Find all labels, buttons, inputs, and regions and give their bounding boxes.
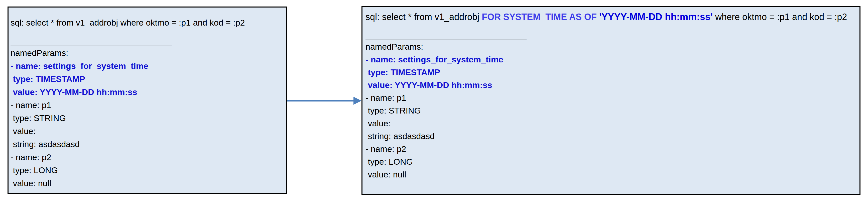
param-line: value: [366, 117, 858, 130]
param-line: - name: p2 [10, 151, 283, 164]
sql-timestamp-literal: 'YYYY-MM-DD hh:mm:ss' [599, 11, 713, 22]
sql-before-box: sql: select * from v1_addrobj where oktm… [7, 6, 287, 194]
sql-statement: sql: select * from v1_addrobj FOR SYSTEM… [366, 10, 858, 23]
sql-statement: sql: select * from v1_addrobj where oktm… [10, 16, 283, 29]
param-line: value: null [366, 168, 858, 181]
sql-segment: sql: select * from v1_addrobj [366, 12, 482, 22]
flow-arrow [287, 96, 362, 106]
divider-line: __________________________________ [366, 30, 858, 40]
param-line: string: asdasdasd [10, 138, 283, 151]
sql-segment: where oktmo = :p1 and kod = :p2 [713, 12, 847, 22]
param-line: value: YYYY-MM-DD hh:mm:ss [10, 85, 283, 98]
param-line: - name: p1 [366, 91, 858, 104]
param-line: string: asdasdasd [366, 130, 858, 143]
params-header: namedParams: [10, 47, 283, 59]
sql-after-box: sql: select * from v1_addrobj FOR SYSTEM… [362, 6, 861, 195]
spacer [10, 29, 283, 36]
arrow-right-icon [353, 97, 362, 105]
param-line: value: [10, 124, 283, 138]
diagram-canvas: sql: select * from v1_addrobj where oktm… [0, 0, 868, 207]
param-line: type: LONG [10, 164, 283, 177]
param-line: - name: p1 [10, 98, 283, 112]
param-line: type: LONG [366, 155, 858, 168]
param-line: type: TIMESTAMP [366, 66, 858, 79]
divider-line: __________________________________ [10, 36, 283, 47]
arrow-line [287, 100, 354, 101]
spacer [366, 23, 858, 30]
param-line: - name: settings_for_system_time [366, 53, 858, 66]
param-line: value: null [10, 177, 283, 190]
params-header: namedParams: [366, 40, 858, 53]
sql-system-time-keyword: FOR SYSTEM_TIME AS OF [482, 12, 599, 22]
param-line: type: STRING [366, 104, 858, 117]
param-line: - name: p2 [366, 143, 858, 155]
param-line: - name: settings_for_system_time [10, 59, 283, 72]
param-line: type: STRING [10, 112, 283, 124]
param-line: value: YYYY-MM-DD hh:mm:ss [366, 79, 858, 91]
param-line: type: TIMESTAMP [10, 72, 283, 85]
